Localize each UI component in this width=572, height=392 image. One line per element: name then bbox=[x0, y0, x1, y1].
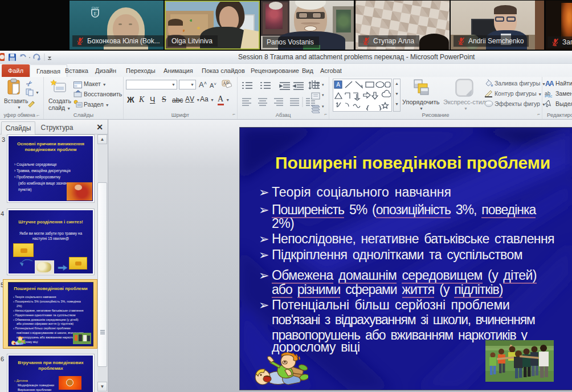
svg-text:СНУ: СНУ bbox=[92, 6, 99, 10]
svg-text:А: А bbox=[549, 80, 554, 87]
svg-text:Е: Е bbox=[93, 11, 97, 17]
svg-text:⇄ac: ⇄ac bbox=[545, 94, 553, 97]
svg-text:А: А bbox=[336, 81, 340, 88]
